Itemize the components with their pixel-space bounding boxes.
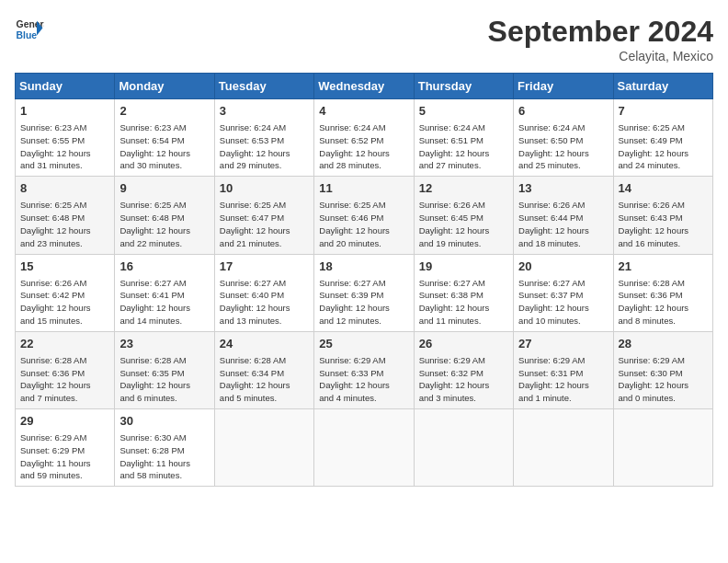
calendar-cell: 23Sunrise: 6:28 AM Sunset: 6:35 PM Dayli… (115, 331, 214, 408)
col-header-wednesday: Wednesday (314, 74, 414, 99)
calendar-cell (414, 409, 513, 487)
col-header-sunday: Sunday (16, 74, 115, 99)
calendar-cell: 8Sunrise: 6:25 AM Sunset: 6:48 PM Daylig… (16, 177, 115, 254)
month-title: September 2024 (488, 15, 713, 49)
col-header-saturday: Saturday (613, 74, 712, 99)
day-info: Sunrise: 6:24 AM Sunset: 6:52 PM Dayligh… (319, 121, 408, 172)
calendar-cell: 12Sunrise: 6:26 AM Sunset: 6:45 PM Dayli… (414, 177, 513, 254)
day-number: 26 (419, 336, 508, 352)
day-number: 7 (619, 103, 708, 120)
calendar-cell: 11Sunrise: 6:25 AM Sunset: 6:46 PM Dayli… (314, 177, 414, 254)
calendar-cell: 24Sunrise: 6:28 AM Sunset: 6:34 PM Dayli… (214, 331, 313, 408)
day-info: Sunrise: 6:27 AM Sunset: 6:37 PM Dayligh… (518, 277, 608, 327)
day-number: 10 (220, 180, 309, 197)
calendar-cell (214, 409, 313, 487)
calendar-cell: 9Sunrise: 6:25 AM Sunset: 6:48 PM Daylig… (115, 177, 214, 254)
calendar-cell: 5Sunrise: 6:24 AM Sunset: 6:51 PM Daylig… (414, 99, 513, 177)
day-info: Sunrise: 6:24 AM Sunset: 6:53 PM Dayligh… (220, 121, 309, 172)
day-info: Sunrise: 6:24 AM Sunset: 6:50 PM Dayligh… (518, 121, 608, 172)
day-number: 4 (319, 103, 408, 120)
day-info: Sunrise: 6:30 AM Sunset: 6:28 PM Dayligh… (119, 431, 209, 482)
day-number: 29 (20, 413, 109, 430)
day-number: 12 (419, 180, 508, 197)
calendar-table: SundayMondayTuesdayWednesdayThursdayFrid… (15, 73, 713, 487)
day-number: 13 (518, 180, 608, 197)
calendar-cell: 20Sunrise: 6:27 AM Sunset: 6:37 PM Dayli… (514, 254, 613, 331)
day-info: Sunrise: 6:27 AM Sunset: 6:39 PM Dayligh… (319, 277, 408, 327)
calendar-cell: 25Sunrise: 6:29 AM Sunset: 6:33 PM Dayli… (314, 331, 414, 408)
day-number: 11 (319, 180, 408, 197)
day-info: Sunrise: 6:28 AM Sunset: 6:36 PM Dayligh… (619, 277, 708, 327)
calendar-cell (514, 409, 613, 487)
calendar-cell: 19Sunrise: 6:27 AM Sunset: 6:38 PM Dayli… (414, 254, 513, 331)
day-number: 1 (20, 103, 109, 120)
day-info: Sunrise: 6:29 AM Sunset: 6:33 PM Dayligh… (319, 354, 408, 405)
day-number: 14 (619, 180, 708, 197)
calendar-cell: 7Sunrise: 6:25 AM Sunset: 6:49 PM Daylig… (613, 99, 712, 177)
logo-icon: General Blue (15, 15, 44, 44)
day-number: 22 (20, 336, 109, 352)
calendar-cell: 2Sunrise: 6:23 AM Sunset: 6:54 PM Daylig… (115, 99, 214, 177)
col-header-thursday: Thursday (414, 74, 513, 99)
day-info: Sunrise: 6:23 AM Sunset: 6:54 PM Dayligh… (119, 121, 209, 172)
day-info: Sunrise: 6:24 AM Sunset: 6:51 PM Dayligh… (419, 121, 508, 172)
day-number: 2 (119, 103, 209, 120)
day-info: Sunrise: 6:26 AM Sunset: 6:45 PM Dayligh… (419, 199, 508, 249)
day-info: Sunrise: 6:26 AM Sunset: 6:42 PM Dayligh… (20, 277, 109, 327)
day-number: 23 (119, 336, 209, 352)
day-info: Sunrise: 6:28 AM Sunset: 6:35 PM Dayligh… (119, 354, 209, 405)
calendar-cell: 30Sunrise: 6:30 AM Sunset: 6:28 PM Dayli… (115, 409, 214, 487)
calendar-cell: 13Sunrise: 6:26 AM Sunset: 6:44 PM Dayli… (514, 177, 613, 254)
calendar-cell (314, 409, 414, 487)
day-number: 16 (119, 259, 209, 275)
col-header-tuesday: Tuesday (214, 74, 313, 99)
day-info: Sunrise: 6:25 AM Sunset: 6:48 PM Dayligh… (119, 199, 209, 249)
calendar-cell: 6Sunrise: 6:24 AM Sunset: 6:50 PM Daylig… (514, 99, 613, 177)
calendar-cell: 27Sunrise: 6:29 AM Sunset: 6:31 PM Dayli… (514, 331, 613, 408)
day-info: Sunrise: 6:29 AM Sunset: 6:29 PM Dayligh… (20, 431, 109, 482)
header: General Blue September 2024 Celayita, Me… (15, 15, 713, 63)
day-info: Sunrise: 6:23 AM Sunset: 6:55 PM Dayligh… (20, 121, 109, 172)
calendar-cell: 14Sunrise: 6:26 AM Sunset: 6:43 PM Dayli… (613, 177, 712, 254)
calendar-cell: 22Sunrise: 6:28 AM Sunset: 6:36 PM Dayli… (16, 331, 115, 408)
calendar-cell: 26Sunrise: 6:29 AM Sunset: 6:32 PM Dayli… (414, 331, 513, 408)
calendar-cell: 4Sunrise: 6:24 AM Sunset: 6:52 PM Daylig… (314, 99, 414, 177)
day-number: 18 (319, 259, 408, 275)
day-info: Sunrise: 6:29 AM Sunset: 6:32 PM Dayligh… (419, 354, 508, 405)
calendar-cell: 16Sunrise: 6:27 AM Sunset: 6:41 PM Dayli… (115, 254, 214, 331)
day-number: 6 (518, 103, 608, 120)
calendar-cell: 21Sunrise: 6:28 AM Sunset: 6:36 PM Dayli… (613, 254, 712, 331)
day-number: 25 (319, 336, 408, 352)
calendar-cell: 1Sunrise: 6:23 AM Sunset: 6:55 PM Daylig… (16, 99, 115, 177)
day-number: 20 (518, 259, 608, 275)
day-info: Sunrise: 6:29 AM Sunset: 6:30 PM Dayligh… (619, 354, 708, 405)
day-info: Sunrise: 6:28 AM Sunset: 6:34 PM Dayligh… (220, 354, 309, 405)
subtitle: Celayita, Mexico (488, 49, 713, 63)
day-number: 8 (20, 180, 109, 197)
col-header-monday: Monday (115, 74, 214, 99)
calendar-cell: 3Sunrise: 6:24 AM Sunset: 6:53 PM Daylig… (214, 99, 313, 177)
calendar-cell: 28Sunrise: 6:29 AM Sunset: 6:30 PM Dayli… (613, 331, 712, 408)
day-number: 28 (619, 336, 708, 352)
day-number: 30 (119, 413, 209, 430)
day-number: 3 (220, 103, 309, 120)
day-info: Sunrise: 6:25 AM Sunset: 6:46 PM Dayligh… (319, 199, 408, 249)
day-number: 27 (518, 336, 608, 352)
calendar-cell: 18Sunrise: 6:27 AM Sunset: 6:39 PM Dayli… (314, 254, 414, 331)
calendar-cell: 15Sunrise: 6:26 AM Sunset: 6:42 PM Dayli… (16, 254, 115, 331)
logo: General Blue (15, 15, 44, 44)
day-info: Sunrise: 6:27 AM Sunset: 6:41 PM Dayligh… (119, 277, 209, 327)
day-number: 5 (419, 103, 508, 120)
svg-text:Blue: Blue (17, 30, 38, 40)
calendar-cell (613, 409, 712, 487)
day-number: 21 (619, 259, 708, 275)
day-number: 24 (220, 336, 309, 352)
day-number: 9 (119, 180, 209, 197)
day-info: Sunrise: 6:25 AM Sunset: 6:48 PM Dayligh… (20, 199, 109, 249)
calendar-cell: 17Sunrise: 6:27 AM Sunset: 6:40 PM Dayli… (214, 254, 313, 331)
day-info: Sunrise: 6:25 AM Sunset: 6:47 PM Dayligh… (220, 199, 309, 249)
day-info: Sunrise: 6:27 AM Sunset: 6:40 PM Dayligh… (220, 277, 309, 327)
day-info: Sunrise: 6:26 AM Sunset: 6:43 PM Dayligh… (619, 199, 708, 249)
calendar-cell: 29Sunrise: 6:29 AM Sunset: 6:29 PM Dayli… (16, 409, 115, 487)
title-area: September 2024 Celayita, Mexico (488, 15, 713, 63)
